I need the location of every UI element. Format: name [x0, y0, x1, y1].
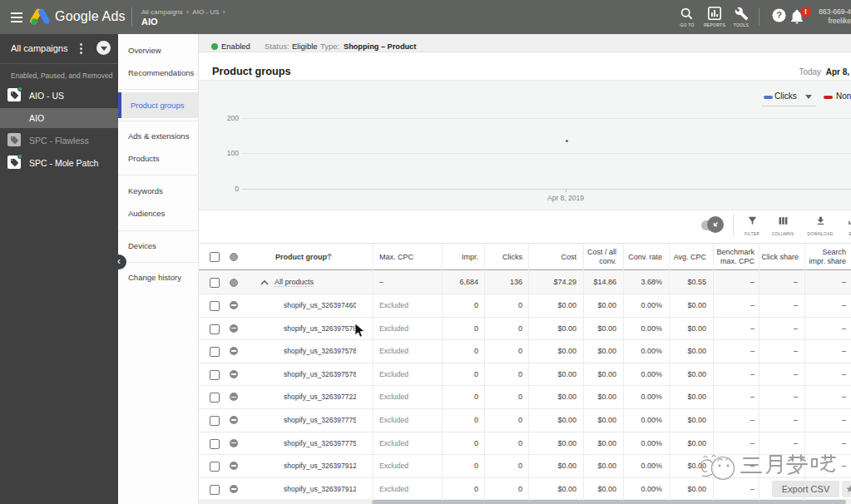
svg-text:?: ?: [776, 10, 782, 20]
